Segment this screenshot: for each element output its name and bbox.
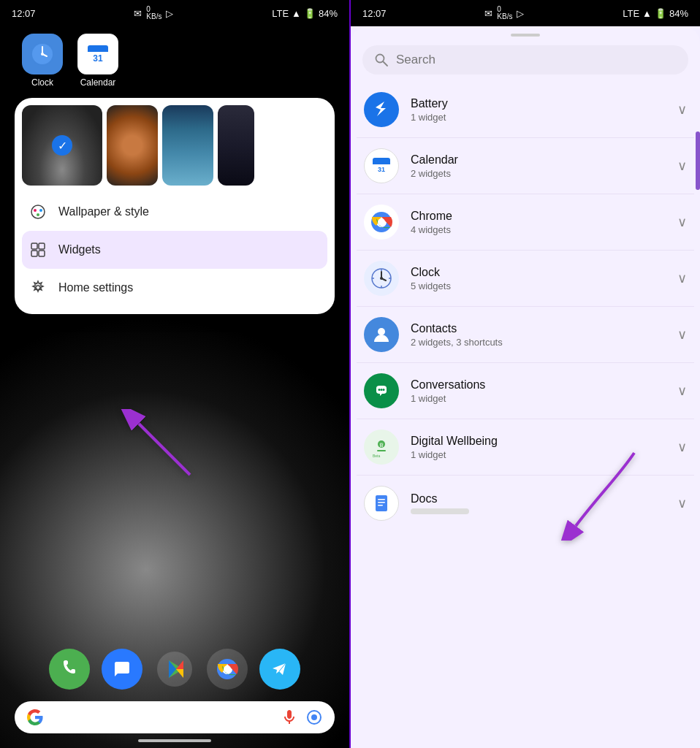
search-input[interactable] <box>396 53 677 67</box>
svg-point-49 <box>378 389 381 391</box>
conversations-widget-icon <box>364 373 399 408</box>
play-store-dock-icon[interactable] <box>154 649 195 690</box>
purple-arrow-right <box>561 446 656 543</box>
svg-rect-7 <box>88 50 108 52</box>
contacts-widget-icon <box>364 317 399 352</box>
home-settings-label: Home settings <box>58 281 133 294</box>
chrome-widget-count: 4 widgets <box>411 224 677 235</box>
drag-handle[interactable] <box>511 34 540 37</box>
contacts-chevron[interactable]: ∨ <box>677 327 687 343</box>
calendar-widget-item[interactable]: 31 Calendar 2 widgets ∨ <box>357 138 694 194</box>
thumb-moon[interactable]: ✓ <box>22 105 102 186</box>
data-speed-right: 0KB/s <box>497 6 512 20</box>
docs-chevron[interactable]: ∨ <box>677 495 687 511</box>
home-settings-item[interactable]: Home settings <box>22 269 327 307</box>
google-search-bar[interactable] <box>15 701 335 733</box>
calendar-label: Calendar <box>80 77 116 88</box>
settings-icon <box>29 279 47 297</box>
telegram-dock-icon[interactable] <box>259 649 300 690</box>
chrome-dock-icon[interactable] <box>207 649 248 690</box>
widgets-panel: Battery 1 widget ∨ 31 Calendar <box>351 26 700 748</box>
svg-point-9 <box>31 205 45 218</box>
battery-icon-right: 🔋 <box>655 8 666 19</box>
svg-rect-58 <box>378 499 385 500</box>
scrollbar-track[interactable] <box>696 131 700 748</box>
lens-icon[interactable] <box>305 709 323 726</box>
left-panel: 12:07 ✉ 0KB/s ▷ LTE ▲ 🔋 84% <box>0 0 349 748</box>
svg-point-50 <box>381 389 383 391</box>
signal-icon-right: ▲ <box>642 8 652 19</box>
wallpaper-style-item[interactable]: Wallpaper & style <box>22 193 327 231</box>
chrome-widget-name: Chrome <box>411 210 677 223</box>
clock-widget-info: Clock 5 widgets <box>411 266 677 291</box>
search-bar-right[interactable] <box>362 45 688 75</box>
bottom-dock <box>0 649 349 690</box>
envelope-icon-right: ✉ <box>484 8 492 19</box>
purple-arrow-left <box>117 409 205 485</box>
top-app-icons: Clock 31 Calendar <box>0 26 349 95</box>
svg-point-42 <box>380 277 383 280</box>
clock-widget-item[interactable]: Clock 5 widgets ∨ <box>357 251 694 307</box>
contacts-widget-info: Contacts 2 widgets, 3 shortcuts <box>411 322 677 348</box>
contacts-widget-item[interactable]: Contacts 2 widgets, 3 shortcuts ∨ <box>357 307 694 363</box>
svg-rect-13 <box>31 243 37 249</box>
svg-text:31: 31 <box>378 166 385 173</box>
palette-icon <box>29 203 47 221</box>
conversations-chevron[interactable]: ∨ <box>677 383 687 399</box>
battery-icon-left: 🔋 <box>304 8 316 19</box>
clock-widget-icon <box>364 261 399 296</box>
calendar-widget-count: 2 widgets <box>411 168 677 179</box>
svg-point-26 <box>224 665 231 673</box>
svg-point-10 <box>34 209 37 212</box>
chrome-widget-icon <box>364 205 399 240</box>
svg-point-51 <box>383 389 385 391</box>
widgets-item[interactable]: Widgets <box>22 231 327 269</box>
calendar-widget-name: Calendar <box>411 153 677 167</box>
svg-rect-14 <box>39 243 45 249</box>
wallpaper-popup[interactable]: ✓ Wallpaper & style <box>15 98 335 314</box>
calendar-svg: 31 <box>85 41 111 67</box>
panel-divider <box>349 0 351 748</box>
svg-rect-59 <box>378 502 385 503</box>
clock-app[interactable]: Clock <box>22 34 63 88</box>
wallpaper-style-label: Wallpaper & style <box>58 205 149 218</box>
svg-rect-60 <box>378 505 383 506</box>
digital-wellbeing-widget-icon: B Beta <box>364 430 399 465</box>
chrome-chevron[interactable]: ∨ <box>677 214 687 230</box>
google-g-icon <box>26 709 44 726</box>
phone-dock-icon[interactable] <box>49 649 90 690</box>
thumb-waterfall[interactable] <box>162 105 213 186</box>
clock-chevron[interactable]: ∨ <box>677 270 687 286</box>
scrollbar-thumb <box>696 131 700 190</box>
lte-label-right: LTE <box>623 8 639 19</box>
conversations-widget-item[interactable]: Conversations 1 widget ∨ <box>357 363 694 419</box>
conversations-widget-count: 1 widget <box>411 393 677 404</box>
calendar-app[interactable]: 31 Calendar <box>77 34 118 88</box>
svg-text:B: B <box>380 443 384 448</box>
digital-wellbeing-chevron[interactable]: ∨ <box>677 439 687 455</box>
calendar-widget-icon: 31 <box>364 148 399 183</box>
svg-point-29 <box>311 714 317 720</box>
clock-svg <box>29 41 56 67</box>
status-center-right: ✉ 0KB/s ▷ <box>484 6 524 20</box>
time-right: 12:07 <box>362 8 387 19</box>
svg-rect-34 <box>373 162 390 164</box>
calendar-chevron[interactable]: ∨ <box>677 158 687 174</box>
time-left: 12:07 <box>12 8 36 19</box>
data-icon: ▷ <box>166 8 173 19</box>
battery-widget-item[interactable]: Battery 1 widget ∨ <box>357 82 694 138</box>
clock-widget-count: 5 widgets <box>411 280 677 291</box>
thumb-mars[interactable] <box>107 105 158 186</box>
chrome-widget-item[interactable]: Chrome 4 widgets ∨ <box>357 194 694 251</box>
thumb-dark[interactable] <box>218 105 254 186</box>
microphone-icon[interactable] <box>281 709 298 726</box>
svg-rect-55 <box>377 450 386 451</box>
battery-pct-right: 84% <box>669 8 688 19</box>
svg-point-38 <box>378 218 385 226</box>
messages-dock-icon[interactable] <box>102 649 142 690</box>
contacts-widget-count: 2 widgets, 3 shortcuts <box>411 337 677 348</box>
svg-point-12 <box>37 213 39 216</box>
status-bar-left: 12:07 ✉ 0KB/s ▷ LTE ▲ 🔋 84% <box>0 0 349 26</box>
home-indicator <box>138 739 211 742</box>
battery-chevron[interactable]: ∨ <box>677 102 687 118</box>
